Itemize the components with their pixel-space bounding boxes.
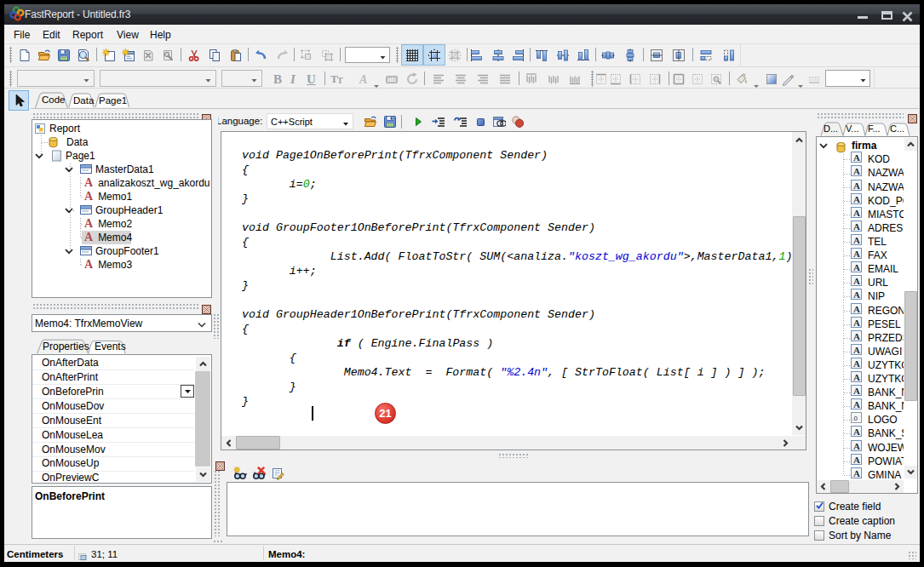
svg-text:A: A <box>853 289 860 300</box>
svg-text:A: A <box>853 194 860 204</box>
svg-text:A: A <box>853 249 860 259</box>
svg-text:A: A <box>853 221 860 232</box>
svg-text:A: A <box>853 441 860 451</box>
svg-text:A: A <box>853 208 860 218</box>
svg-text:A: A <box>853 358 860 369</box>
svg-text:A: A <box>853 399 860 410</box>
svg-text:A: A <box>853 152 860 163</box>
svg-text:A: A <box>853 235 860 245</box>
svg-text:A: A <box>853 468 860 478</box>
svg-text:A: A <box>853 262 860 272</box>
svg-text:A: A <box>853 386 860 396</box>
svg-text:A: A <box>853 318 860 328</box>
svg-text:A: A <box>853 345 860 355</box>
svg-text:ab: ab <box>387 76 395 83</box>
svg-text:T: T <box>337 76 343 85</box>
svg-text:A: A <box>853 304 860 314</box>
svg-text:A: A <box>853 427 860 437</box>
svg-text:A: A <box>853 455 860 465</box>
svg-text:A: A <box>853 276 860 286</box>
svg-text:A: A <box>853 166 860 176</box>
svg-text:.0: .0 <box>852 415 858 422</box>
svg-text:A: A <box>359 73 367 86</box>
svg-text:A: A <box>853 180 860 191</box>
svg-text:A: A <box>853 331 860 341</box>
svg-text:A: A <box>853 372 860 382</box>
